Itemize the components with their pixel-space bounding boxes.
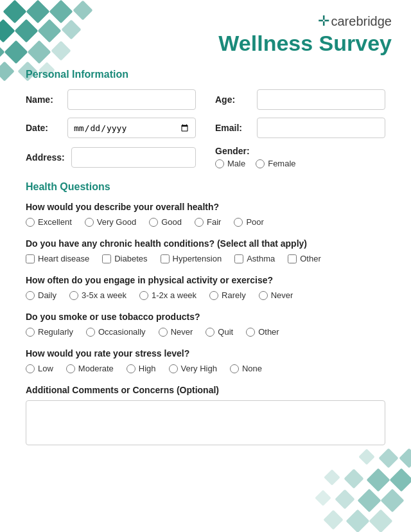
q3-text: How often do you engage in physical acti… [26,275,385,285]
q4-option-3[interactable]: Quit [206,327,233,337]
health-questions-section: Health Questions How would you describe … [26,181,385,448]
q2-option-3[interactable]: Asthma [234,254,275,263]
q2-options: Heart disease Diabetes Hypertension Asth… [26,254,385,263]
svg-rect-19 [358,489,381,513]
q5-option-2[interactable]: High [127,364,156,373]
q1-option-1[interactable]: Very Good [85,217,136,227]
q5-radio-1[interactable] [66,364,75,373]
q5-option-1[interactable]: Moderate [66,364,114,373]
date-row: Date: [26,118,196,138]
q2-option-2[interactable]: Hypertension [161,254,222,263]
q2-option-1[interactable]: Diabetes [102,254,147,263]
q3-option-3[interactable]: Rarely [209,290,246,300]
q5-option-0[interactable]: Low [26,364,53,373]
gender-male-option[interactable]: Male [215,159,245,168]
q4-radio-1[interactable] [86,328,95,337]
svg-rect-21 [315,490,331,506]
q1-option-2[interactable]: Good [149,217,182,227]
q3-radio-3[interactable] [209,291,218,300]
q3-label-4: Never [271,290,293,300]
name-label: Name: [26,94,61,105]
logo: ✛ carebridge [318,13,392,30]
q1-radio-3[interactable] [195,218,204,227]
q5-label-2: High [139,364,156,373]
q1-label-4: Poor [246,217,263,227]
comments-textarea[interactable] [26,400,385,445]
q1-radio-2[interactable] [149,218,158,227]
q3-option-0[interactable]: Daily [26,290,57,300]
q5-block: How would you rate your stress level? Lo… [26,348,385,373]
personal-info-grid: Name: Age: Date: Email: Address: [26,89,385,168]
q2-option-4[interactable]: Other [288,254,321,263]
age-row: Age: [215,89,385,110]
q2-check-2[interactable] [161,254,170,263]
q4-label-0: Regularly [38,327,73,337]
q4-option-1[interactable]: Occasionally [86,327,146,337]
age-input[interactable] [257,89,385,110]
q2-check-3[interactable] [234,254,243,263]
address-input[interactable] [71,147,196,168]
q4-option-0[interactable]: Regularly [26,327,73,337]
svg-rect-16 [346,510,370,532]
q5-radio-4[interactable] [230,364,239,373]
email-label: Email: [215,123,250,133]
q5-radio-3[interactable] [169,364,178,373]
q4-label-3: Quit [218,327,233,337]
q2-label-1: Diabetes [114,254,147,263]
q4-label-2: Never [171,327,193,337]
q1-option-0[interactable]: Excellent [26,217,72,227]
q2-label-2: Hypertension [173,254,222,263]
q1-label-0: Excellent [38,217,72,227]
q1-radio-0[interactable] [26,218,35,227]
q5-option-4[interactable]: None [230,364,262,373]
q2-block: Do you have any chronic health condition… [26,238,385,263]
q3-radio-4[interactable] [259,291,268,300]
q3-label-3: Rarely [222,290,246,300]
q4-options: Regularly Occasionally Never Quit Other [26,327,385,337]
address-row: Address: [26,146,196,168]
age-label: Age: [215,94,250,105]
q2-check-4[interactable] [288,254,297,263]
q1-radio-4[interactable] [234,218,243,227]
q3-option-2[interactable]: 1-2x a week [139,290,197,300]
q1-text: How would you describe your overall heal… [26,202,385,212]
q2-option-0[interactable]: Heart disease [26,254,89,263]
header: ✛ carebridge Wellness Survey [0,0,411,62]
gender-label: Gender: [215,146,296,156]
name-row: Name: [26,89,196,110]
q4-radio-2[interactable] [159,328,168,337]
q1-option-3[interactable]: Fair [195,217,221,227]
q4-label-1: Occasionally [98,327,146,337]
svg-rect-20 [335,489,354,509]
q3-radio-1[interactable] [69,291,78,300]
q5-radio-0[interactable] [26,364,35,373]
name-input[interactable] [67,89,196,110]
q3-radio-2[interactable] [139,291,148,300]
q4-text: Do you smoke or use tobacco products? [26,312,385,322]
q4-radio-3[interactable] [206,328,214,337]
gender-male-radio[interactable] [215,159,224,168]
q5-label-1: Moderate [78,364,114,373]
q4-option-4[interactable]: Other [246,327,279,337]
gender-female-option[interactable]: Female [256,159,295,168]
q4-option-2[interactable]: Never [159,327,193,337]
q3-option-1[interactable]: 3-5x a week [69,290,127,300]
q3-option-4[interactable]: Never [259,290,293,300]
q3-radio-0[interactable] [26,291,35,300]
q2-label-4: Other [300,254,321,263]
q1-label-2: Good [161,217,182,227]
q5-radio-2[interactable] [127,364,136,373]
main-content: Personal Information Name: Age: Date: Em… [0,62,411,472]
q1-option-4[interactable]: Poor [234,217,263,227]
q5-option-3[interactable]: Very High [169,364,217,373]
q4-radio-0[interactable] [26,328,35,337]
date-input[interactable] [67,118,196,138]
q2-check-0[interactable] [26,254,35,263]
gender-female-label: Female [268,159,295,168]
q4-radio-4[interactable] [246,328,255,337]
gender-female-radio[interactable] [256,159,265,168]
q2-check-1[interactable] [102,254,111,263]
address-label: Address: [26,152,65,163]
q1-radio-1[interactable] [85,218,94,227]
email-input[interactable] [257,118,385,138]
